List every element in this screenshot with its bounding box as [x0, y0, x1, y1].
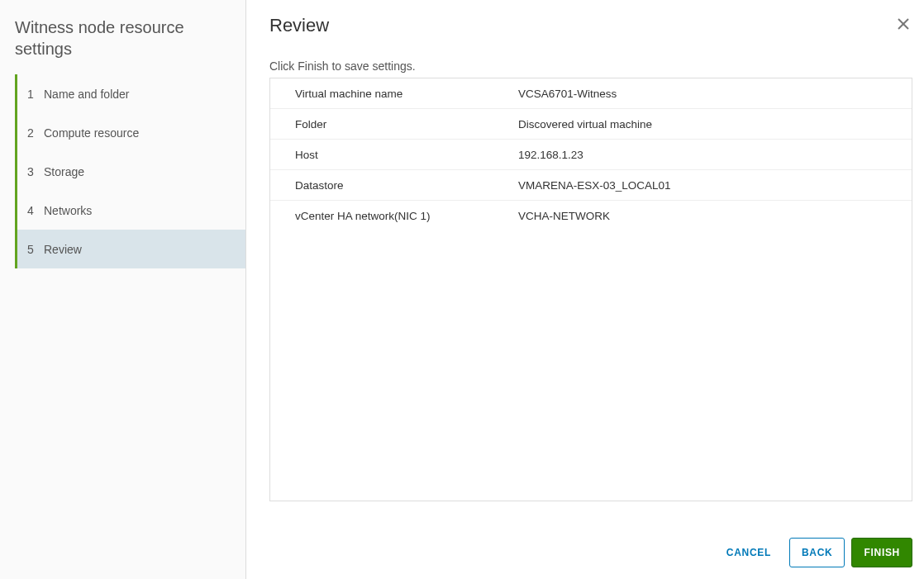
main-panel: Review Click Finish to save settings. Vi…	[246, 0, 924, 579]
step-review[interactable]: 5 Review	[15, 230, 245, 268]
review-table: Virtual machine name VCSA6701-Witness Fo…	[269, 78, 912, 501]
step-label: Name and folder	[44, 88, 130, 101]
review-row-folder: Folder Discovered virtual machine	[270, 109, 912, 140]
step-compute-resource[interactable]: 2 Compute resource	[15, 113, 245, 152]
step-label: Networks	[44, 204, 92, 217]
page-title: Review	[269, 15, 329, 36]
step-number: 3	[27, 165, 44, 178]
review-value: VMARENA-ESX-03_LOCAL01	[510, 172, 912, 199]
step-number: 1	[27, 88, 44, 101]
review-row-ha-network: vCenter HA network(NIC 1) VCHA-NETWORK	[270, 201, 912, 231]
cancel-button[interactable]: CANCEL	[715, 538, 783, 567]
review-value: Discovered virtual machine	[510, 111, 912, 138]
wizard-footer: CANCEL BACK FINISH	[269, 534, 912, 567]
finish-button[interactable]: FINISH	[851, 538, 912, 567]
step-networks[interactable]: 4 Networks	[15, 191, 245, 230]
step-storage[interactable]: 3 Storage	[15, 152, 245, 191]
review-row-datastore: Datastore VMARENA-ESX-03_LOCAL01	[270, 170, 912, 201]
review-value: VCSA6701-Witness	[510, 80, 912, 107]
review-row-vm-name: Virtual machine name VCSA6701-Witness	[270, 78, 912, 109]
step-name-and-folder[interactable]: 1 Name and folder	[15, 74, 245, 113]
step-label: Compute resource	[44, 126, 139, 140]
review-label: Virtual machine name	[270, 80, 510, 107]
back-button[interactable]: BACK	[789, 538, 845, 567]
instruction-text: Click Finish to save settings.	[269, 59, 912, 73]
review-label: vCenter HA network(NIC 1)	[270, 202, 510, 230]
review-value: VCHA-NETWORK	[510, 202, 912, 230]
step-label: Review	[44, 243, 82, 256]
review-label: Folder	[270, 111, 510, 138]
review-label: Datastore	[270, 172, 510, 199]
wizard-sidebar: Witness node resource settings 1 Name an…	[0, 0, 246, 579]
main-header: Review	[269, 15, 912, 59]
wizard-title: Witness node resource settings	[0, 12, 245, 74]
step-number: 4	[27, 204, 44, 217]
step-label: Storage	[44, 165, 84, 178]
review-value: 192.168.1.23	[510, 141, 912, 168]
review-row-host: Host 192.168.1.23	[270, 140, 912, 170]
wizard-steps: 1 Name and folder 2 Compute resource 3 S…	[15, 74, 245, 268]
step-number: 5	[27, 243, 44, 256]
close-icon[interactable]	[894, 15, 912, 36]
review-label: Host	[270, 141, 510, 168]
step-number: 2	[27, 126, 44, 140]
